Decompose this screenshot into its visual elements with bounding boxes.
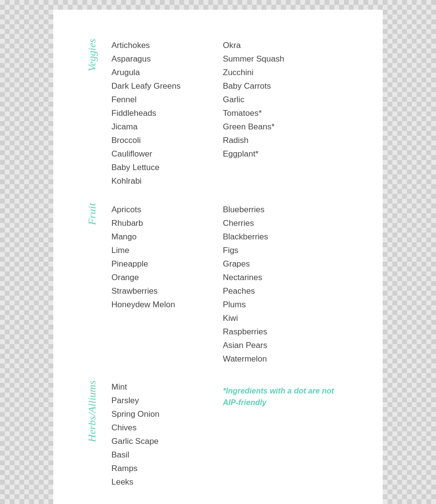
columns-fruit: ApricotsRhubarbMangoLimePineappleOrangeS… <box>111 203 363 366</box>
list-item: Orange <box>111 271 223 284</box>
section-label-fruit: Fruit <box>86 203 98 225</box>
list-item: Okra <box>223 39 334 52</box>
list-item: Plums <box>223 298 334 312</box>
list-item: Kiwi <box>223 312 334 325</box>
list-item: Dark Leafy Greens <box>111 79 223 93</box>
list-item: Asparagus <box>111 52 223 66</box>
spring-col-herbs: MintParsleySpring OnionChivesGarlic Scap… <box>111 380 223 489</box>
list-item: Artichokes <box>111 39 223 52</box>
page: VeggiesArtichokesAsparagusArugulaDark Le… <box>53 10 383 504</box>
list-item: Garlic <box>223 93 334 107</box>
section-herbs: Herbs/AlliumsMintParsleySpring OnionChiv… <box>73 380 363 489</box>
list-item: Raspberries <box>223 325 334 339</box>
section-label-herbs: Herbs/Alliums <box>86 380 98 442</box>
list-item: Tomatoes* <box>223 107 334 120</box>
list-item: Baby Carrots <box>223 79 334 93</box>
list-item: Asian Pears <box>223 339 334 352</box>
list-item: Broccoli <box>111 134 223 147</box>
list-item: Apricots <box>111 203 223 217</box>
content-area: VeggiesArtichokesAsparagusArugulaDark Le… <box>73 39 363 504</box>
section-label-container-veggies: Veggies <box>73 39 111 71</box>
list-item: Jicama <box>111 120 223 134</box>
spring-col-veggies: ArtichokesAsparagusArugulaDark Leafy Gre… <box>111 39 223 189</box>
list-item: Pineapple <box>111 257 223 271</box>
list-item: Fiddleheads <box>111 107 223 120</box>
list-item: Kohlrabi <box>111 174 223 188</box>
list-item: Nectarines <box>223 271 334 284</box>
summer-col-fruit: BlueberriesCherriesBlackberriesFigsGrape… <box>223 203 334 366</box>
list-item: Ramps <box>111 462 223 475</box>
list-item: Mango <box>111 230 223 244</box>
list-item: Blueberries <box>223 203 334 217</box>
list-item: Lime <box>111 244 223 257</box>
list-item: Rhubarb <box>111 217 223 230</box>
list-item: Spring Onion <box>111 408 223 421</box>
list-item: Leeks <box>111 475 223 489</box>
summer-col-veggies: OkraSummer SquashZucchiniBaby CarrotsGar… <box>223 39 334 189</box>
list-item: Garlic Scape <box>111 435 223 448</box>
list-item: Mint <box>111 380 223 394</box>
section-veggies: VeggiesArtichokesAsparagusArugulaDark Le… <box>73 39 363 189</box>
list-item: Fennel <box>111 93 223 107</box>
list-item: Chives <box>111 421 223 435</box>
section-label-veggies: Veggies <box>86 39 98 71</box>
columns-veggies: ArtichokesAsparagusArugulaDark Leafy Gre… <box>111 39 363 189</box>
list-item: Figs <box>223 244 334 257</box>
section-label-container-herbs: Herbs/Alliums <box>73 380 111 442</box>
list-item: Honeydew Melon <box>111 298 223 312</box>
list-item: Zucchini <box>223 66 334 79</box>
list-item: Grapes <box>223 257 334 271</box>
list-item: Blackberries <box>223 230 334 244</box>
summer-col-herbs: *Ingredients with a dot are not AIP-frie… <box>223 380 334 489</box>
list-item: Watermelon <box>223 352 334 366</box>
list-item: Parsley <box>111 394 223 408</box>
list-item: Arugula <box>111 66 223 79</box>
list-item: Cherries <box>223 217 334 230</box>
list-item: Peaches <box>223 284 334 298</box>
list-item: Strawberries <box>111 284 223 298</box>
columns-herbs: MintParsleySpring OnionChivesGarlic Scap… <box>111 380 363 489</box>
footnote-text: *Ingredients with a dot are not AIP-frie… <box>223 385 334 409</box>
list-item: Eggplant* <box>223 147 334 161</box>
list-item: Green Beans* <box>223 120 334 134</box>
section-fruit: FruitApricotsRhubarbMangoLimePineappleOr… <box>73 203 363 366</box>
list-item: Summer Squash <box>223 52 334 66</box>
list-item: Baby Lettuce <box>111 161 223 174</box>
list-item: Basil <box>111 448 223 462</box>
list-item: Radish <box>223 134 334 147</box>
spring-col-fruit: ApricotsRhubarbMangoLimePineappleOrangeS… <box>111 203 223 366</box>
list-item: Cauliflower <box>111 147 223 161</box>
section-label-container-fruit: Fruit <box>73 203 111 225</box>
